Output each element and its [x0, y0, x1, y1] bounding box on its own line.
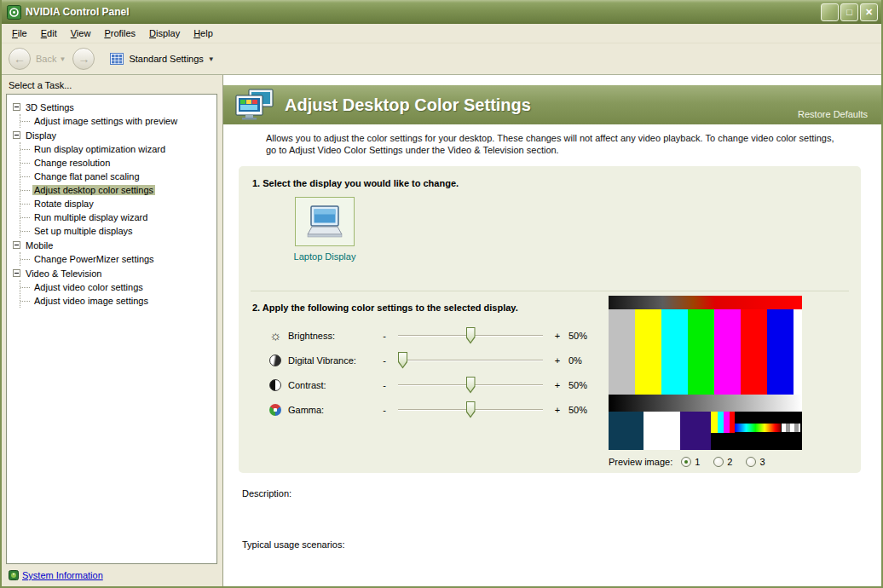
- task-tree: 3D Settings Adjust image settings with p…: [6, 94, 217, 564]
- menu-profiles[interactable]: Profiles: [97, 26, 142, 41]
- digital-vibrance-icon: [269, 355, 281, 366]
- digital-vibrance-slider-thumb[interactable]: [398, 352, 407, 369]
- view-grid-icon: [110, 53, 124, 65]
- navigation-toolbar: ← Back ▼ → Standard Settings ▼: [2, 43, 881, 75]
- preview-image-option-2[interactable]: 2: [713, 457, 732, 467]
- back-button-label: Back: [36, 54, 56, 64]
- digital-vibrance-slider-row: Digital Vibrance: - + 0%: [268, 348, 607, 372]
- sidebar-item-adjust-video-image-settings[interactable]: Adjust video image settings: [20, 294, 213, 308]
- tree-group-3d-settings[interactable]: 3D Settings: [10, 100, 213, 114]
- nvidia-control-panel-window: NVIDIA Control Panel _ □ ✕ File Edit Vie…: [0, 0, 883, 588]
- menu-help[interactable]: Help: [187, 26, 220, 41]
- brightness-icon: ☼: [268, 329, 283, 343]
- menu-display[interactable]: Display: [142, 26, 187, 41]
- minimize-button[interactable]: _: [821, 3, 839, 21]
- tree-collapse-icon[interactable]: [13, 269, 20, 277]
- digital-vibrance-value: 0%: [568, 355, 607, 366]
- main-content: Adjust Desktop Color Settings Restore De…: [223, 75, 881, 586]
- preview-image-selector: Preview image: 1 2 3: [609, 457, 779, 467]
- view-selector-caret-icon[interactable]: ▼: [208, 55, 215, 63]
- preview-image-option-3[interactable]: 3: [746, 457, 765, 467]
- sidebar-item-change-resolution[interactable]: Change resolution: [20, 156, 213, 170]
- monitors-icon: [235, 89, 274, 121]
- menu-edit[interactable]: Edit: [34, 26, 64, 41]
- back-button[interactable]: ←: [9, 48, 31, 70]
- section-divider: [251, 291, 849, 291]
- contrast-slider[interactable]: [398, 376, 543, 395]
- step2-heading: 2. Apply the following color settings to…: [252, 303, 518, 313]
- system-information-link[interactable]: System Information: [22, 570, 103, 580]
- preview-image-option-1[interactable]: 1: [681, 457, 700, 467]
- gamma-slider[interactable]: [398, 401, 543, 419]
- brightness-slider[interactable]: [398, 326, 543, 345]
- sidebar-heading: Select a Task...: [2, 75, 222, 94]
- color-sliders: ☼ Brightness: - + 50% Digital Vibrance:: [268, 323, 607, 422]
- page-description: Allows you to adjust the color settings …: [223, 124, 863, 156]
- sidebar-item-change-flat-panel-scaling[interactable]: Change flat panel scaling: [20, 170, 213, 183]
- nvidia-logo-icon: [7, 5, 21, 20]
- display-name-label: Laptop Display: [271, 251, 378, 262]
- menu-bar: File Edit View Profiles Display Help: [2, 24, 881, 43]
- contrast-value: 50%: [568, 380, 607, 390]
- tree-collapse-icon[interactable]: [13, 241, 20, 249]
- task-sidebar: Select a Task... 3D Settings Adjust imag…: [2, 75, 223, 586]
- forward-button[interactable]: →: [72, 48, 95, 70]
- laptop-display-tile[interactable]: [295, 197, 355, 246]
- color-test-pattern: [609, 296, 802, 450]
- forward-arrow-icon: →: [78, 52, 89, 66]
- tree-group-display[interactable]: Display: [10, 128, 213, 142]
- menu-view[interactable]: View: [64, 26, 98, 41]
- tree-group-mobile[interactable]: Mobile: [10, 238, 213, 252]
- contrast-icon: [269, 379, 281, 391]
- menu-file[interactable]: File: [5, 26, 34, 41]
- radio-button-3[interactable]: [746, 457, 756, 467]
- brightness-value: 50%: [568, 331, 607, 341]
- page-header-banner: Adjust Desktop Color Settings Restore De…: [223, 85, 881, 124]
- sidebar-item-run-multiple-display-wizard[interactable]: Run multiple display wizard: [20, 210, 213, 224]
- title-bar: NVIDIA Control Panel _ □ ✕: [2, 0, 881, 24]
- laptop-display-icon: [304, 205, 345, 239]
- sidebar-item-change-powermizer-settings[interactable]: Change PowerMizer settings: [20, 252, 213, 266]
- description-label: Description:: [242, 488, 881, 499]
- system-information-icon: [9, 570, 19, 580]
- back-arrow-icon: ←: [14, 52, 26, 66]
- preview-image-label: Preview image:: [609, 457, 672, 467]
- gamma-icon: [269, 404, 281, 416]
- sidebar-item-adjust-image-settings[interactable]: Adjust image settings with preview: [20, 114, 213, 128]
- sidebar-item-set-up-multiple-displays[interactable]: Set up multiple displays: [20, 224, 213, 238]
- close-button[interactable]: ✕: [860, 3, 878, 21]
- view-selector[interactable]: Standard Settings: [129, 54, 203, 64]
- restore-defaults-button[interactable]: Restore Defaults: [798, 109, 868, 119]
- gamma-slider-thumb[interactable]: [466, 401, 476, 418]
- sidebar-item-rotate-display[interactable]: Rotate display: [20, 197, 213, 210]
- typical-usage-label: Typical usage scenarios:: [242, 539, 881, 550]
- brightness-slider-thumb[interactable]: [466, 327, 476, 344]
- contrast-slider-thumb[interactable]: [466, 377, 476, 394]
- tree-collapse-icon[interactable]: [13, 103, 20, 111]
- sidebar-item-run-display-optimization[interactable]: Run display optimization wizard: [20, 142, 213, 156]
- step1-heading: 1. Select the display you would like to …: [252, 178, 459, 188]
- settings-panel: 1. Select the display you would like to …: [239, 166, 861, 473]
- maximize-button[interactable]: □: [840, 3, 858, 21]
- back-dropdown-icon[interactable]: ▼: [59, 55, 66, 63]
- digital-vibrance-slider[interactable]: [398, 351, 543, 370]
- brightness-slider-row: ☼ Brightness: - + 50%: [268, 323, 607, 348]
- page-title: Adjust Desktop Color Settings: [285, 95, 531, 115]
- sidebar-footer: System Information: [2, 564, 222, 586]
- window-title: NVIDIA Control Panel: [26, 6, 821, 18]
- sidebar-item-adjust-desktop-color-settings[interactable]: Adjust desktop color settings: [20, 183, 213, 197]
- tree-collapse-icon[interactable]: [13, 131, 20, 139]
- gamma-slider-row: Gamma: - + 50%: [268, 397, 607, 422]
- tree-group-video-television[interactable]: Video & Television: [10, 266, 213, 280]
- contrast-slider-row: Contrast: - + 50%: [268, 372, 607, 397]
- sidebar-item-adjust-video-color-settings[interactable]: Adjust video color settings: [20, 280, 213, 294]
- gamma-value: 50%: [568, 405, 607, 415]
- radio-button-1[interactable]: [681, 457, 691, 467]
- radio-button-2[interactable]: [713, 457, 724, 467]
